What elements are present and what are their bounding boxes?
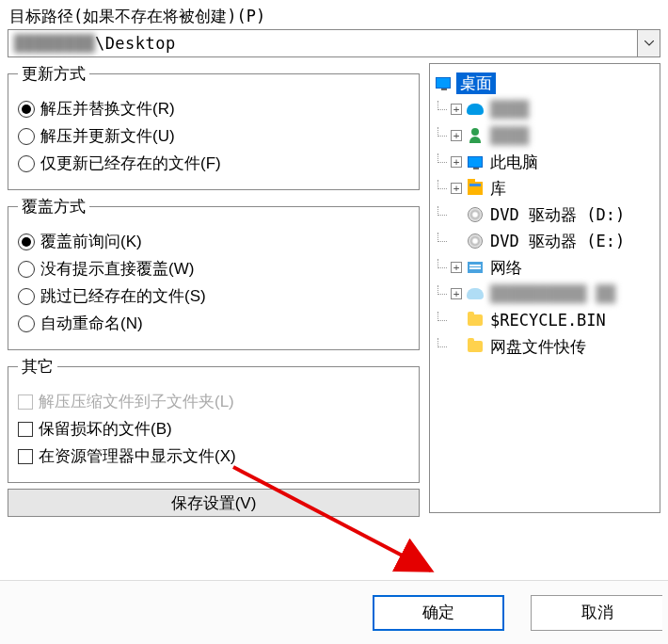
update-option[interactable]: 解压并替换文件(R) [18,98,409,120]
overwrite-option[interactable]: 跳过已经存在的文件(S) [18,285,409,307]
tree-connector [434,153,451,170]
tree-connector [434,259,451,276]
expand-icon[interactable]: + [451,156,462,168]
tree-label: 此电脑 [488,152,540,173]
folder-icon [466,312,485,329]
monitor-icon [434,74,453,91]
cancel-button[interactable]: 取消 [531,595,662,631]
tree-connector [434,285,451,302]
folder-tree[interactable]: 桌面+████+████+此电脑+库DVD 驱动器 (D:)DVD 驱动器 (E… [429,63,660,513]
radio-icon [18,155,35,172]
tree-node[interactable]: DVD 驱动器 (D:) [434,201,658,228]
tree-connector [434,338,451,355]
save-settings-button[interactable]: 保存设置(V) [8,489,420,517]
update-option[interactable]: 解压并更新文件(U) [18,125,409,147]
tree-label: ████ [488,126,531,145]
folder-icon [466,338,485,355]
option-label: 仅更新已经存在的文件(F) [40,153,221,174]
path-label: 目标路径(如果不存在将被创建)(P) [9,6,660,27]
option-label: 解压压缩文件到子文件夹(L) [39,391,234,412]
tree-label: 库 [488,178,508,200]
tree-connector [434,101,451,118]
checkbox-icon [18,422,33,437]
tree-node[interactable]: 网盘文件快传 [434,333,658,360]
tree-connector [434,127,451,144]
tree-node[interactable]: +████ [434,122,658,149]
tree-connector [434,180,451,197]
other-option: 解压压缩文件到子文件夹(L) [18,391,409,412]
dvd-icon [466,233,485,250]
path-dropdown-button[interactable] [637,30,660,56]
option-label: 跳过已经存在的文件(S) [40,285,206,307]
lib-icon [466,180,485,197]
other-option[interactable]: 保留损坏的文件(B) [18,418,409,440]
tree-label: $RECYCLE.BIN [488,311,608,330]
overwrite-mode-group: 覆盖方式 覆盖前询问(K)没有提示直接覆盖(W)跳过已经存在的文件(S)自动重命… [8,196,420,350]
dialog-button-bar: 确定 取消 [0,580,668,644]
dvd-icon [466,206,485,223]
tree-label: ████ [488,100,531,119]
tree-node[interactable]: +████ [434,96,658,122]
overwrite-option[interactable]: 覆盖前询问(K) [18,231,409,252]
tree-label: 桌面 [456,72,496,94]
person-icon [466,127,485,144]
expand-icon[interactable]: + [451,183,462,194]
tree-label: ██████████ ██ [488,284,617,303]
option-label: 自动重命名(N) [40,313,143,334]
expand-icon[interactable]: + [451,262,462,273]
ok-button[interactable]: 确定 [373,595,504,631]
tree-node[interactable]: +网络 [434,254,658,281]
tree-connector [434,233,451,250]
checkbox-icon [18,394,33,410]
checkbox-icon [18,449,33,464]
radio-icon [18,101,35,118]
option-label: 解压并替换文件(R) [40,98,175,120]
tree-label: DVD 驱动器 (E:) [488,231,627,252]
update-mode-legend: 更新方式 [18,63,89,85]
tree-connector [434,312,451,329]
overwrite-option[interactable]: 没有提示直接覆盖(W) [18,258,409,280]
path-input[interactable]: ████████\Desktop [8,34,637,53]
update-mode-group: 更新方式 解压并替换文件(R)解压并更新文件(U)仅更新已经存在的文件(F) [8,63,420,190]
tree-root[interactable]: 桌面 [434,70,658,96]
option-label: 解压并更新文件(U) [40,125,175,147]
chevron-down-icon [644,40,654,46]
radio-icon [18,315,35,332]
radio-icon [18,233,35,250]
tree-label: DVD 驱动器 (D:) [488,204,627,226]
update-option[interactable]: 仅更新已经存在的文件(F) [18,153,409,174]
expand-icon[interactable]: + [451,104,462,115]
radio-icon [18,288,35,305]
option-label: 保留损坏的文件(B) [39,418,172,440]
overwrite-option[interactable]: 自动重命名(N) [18,313,409,334]
cloud-icon [466,101,485,118]
tree-node[interactable]: +库 [434,175,658,201]
option-label: 没有提示直接覆盖(W) [40,258,194,280]
monitor-icon [466,153,485,170]
other-option[interactable]: 在资源管理器中显示文件(X) [18,445,409,467]
tree-node[interactable]: DVD 驱动器 (E:) [434,228,658,254]
other-legend: 其它 [18,356,57,378]
other-group: 其它 解压压缩文件到子文件夹(L)保留损坏的文件(B)在资源管理器中显示文件(X… [8,356,420,483]
radio-icon [18,128,35,145]
cloud-lite-icon [466,285,485,302]
net-icon [466,259,485,276]
tree-label: 网络 [488,257,524,279]
tree-connector [434,206,451,223]
option-label: 在资源管理器中显示文件(X) [39,445,236,467]
tree-label: 网盘文件快传 [488,336,588,358]
tree-node[interactable]: +此电脑 [434,149,658,175]
path-combobox[interactable]: ████████\Desktop [8,29,660,57]
overwrite-mode-legend: 覆盖方式 [18,196,89,217]
expand-icon[interactable]: + [451,288,462,299]
tree-node[interactable]: $RECYCLE.BIN [434,307,658,333]
option-label: 覆盖前询问(K) [40,231,142,252]
radio-icon [18,261,35,278]
expand-icon[interactable]: + [451,130,462,141]
tree-node[interactable]: +██████████ ██ [434,281,658,307]
